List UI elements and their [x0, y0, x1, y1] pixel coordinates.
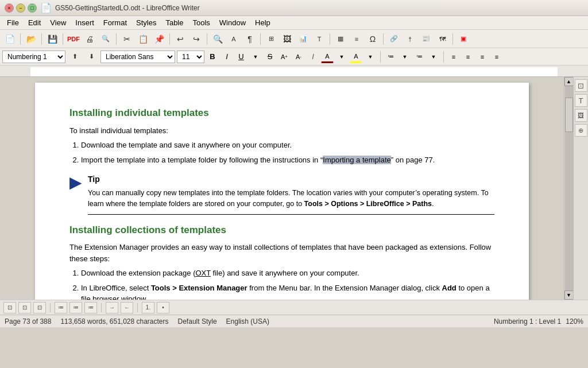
- minimize-button[interactable]: −: [16, 3, 25, 13]
- menu-edit[interactable]: Edit: [24, 17, 45, 28]
- underline-button[interactable]: U: [235, 51, 247, 63]
- paragraph-style-select[interactable]: Numbering 1: [2, 51, 65, 63]
- redo-button[interactable]: ↪: [189, 32, 204, 47]
- list-style2[interactable]: ≔: [69, 302, 82, 313]
- align-left-button[interactable]: ≡: [447, 51, 460, 63]
- sep-fmt1: [380, 51, 381, 63]
- font-color-dropdown[interactable]: ▼: [335, 51, 348, 63]
- list-numbered-button[interactable]: ≔: [413, 51, 425, 63]
- print-button[interactable]: 🖨: [82, 32, 97, 47]
- strikethrough-button[interactable]: S: [264, 51, 276, 63]
- decrease-indent-button[interactable]: ⬇: [84, 49, 99, 64]
- page-count: Page 73 of 388: [5, 317, 51, 326]
- cut-button[interactable]: ✂: [119, 32, 134, 47]
- scrollbar-track[interactable]: [565, 86, 573, 290]
- align-center-button[interactable]: ≡: [462, 51, 474, 63]
- tip-box: ▶ Tip You can manually copy new template…: [69, 173, 494, 215]
- highlight-text: Importing a template: [323, 156, 391, 164]
- maximize-button[interactable]: □: [28, 3, 37, 13]
- open-button[interactable]: 📂: [24, 32, 38, 47]
- menu-format[interactable]: Format: [99, 17, 131, 28]
- image-button[interactable]: 🖼: [280, 32, 295, 47]
- footnote-button[interactable]: †: [403, 32, 417, 47]
- new-button[interactable]: 📄: [2, 32, 17, 47]
- chart-button[interactable]: 📊: [296, 32, 311, 47]
- pilcrow-button[interactable]: ¶: [242, 32, 257, 47]
- sep9: [383, 33, 384, 45]
- italic-format-button[interactable]: I: [307, 51, 319, 63]
- subscript-button[interactable]: A-: [292, 51, 305, 63]
- undo-button[interactable]: ↩: [173, 32, 188, 47]
- font-size-select[interactable]: 11: [177, 51, 204, 63]
- navigator-button[interactable]: 🗺: [435, 32, 450, 47]
- tip-title: Tip: [88, 173, 494, 185]
- properties-icon[interactable]: ⊡: [575, 79, 587, 92]
- align-right-button[interactable]: ≡: [476, 51, 489, 63]
- list-bullet-button[interactable]: ≔: [384, 51, 397, 63]
- main-toolbar: 📄 📂 💾 PDF 🖨 🔍 ✂ 📋 📌 ↩ ↪ 🔍 A ¶ ⊞ 🖼 📊 T ▦ …: [0, 30, 588, 48]
- bullet-list-btn[interactable]: •: [157, 302, 169, 313]
- menu-help[interactable]: Help: [250, 17, 275, 28]
- font-color-button[interactable]: A: [321, 51, 334, 63]
- text-formatting-button[interactable]: A: [226, 32, 241, 47]
- align-bottom-right[interactable]: ⊡: [33, 302, 46, 313]
- gallery-icon[interactable]: 🖼: [575, 109, 587, 122]
- superscript-button[interactable]: A+: [278, 51, 291, 63]
- menu-table[interactable]: Table: [161, 17, 188, 28]
- textbox-button[interactable]: T: [312, 32, 327, 47]
- page-style-button[interactable]: 📰: [419, 32, 434, 47]
- find-button[interactable]: 🔍: [210, 32, 225, 47]
- list-style3[interactable]: ≔: [84, 302, 97, 313]
- scrollbar-thumb[interactable]: [565, 98, 573, 132]
- titlebar: × − □ 📄 GS50-GettingStartedLO.odt - Libr…: [0, 0, 588, 16]
- word-count: 113,658 words, 651,028 characters: [60, 317, 168, 326]
- indent-less[interactable]: ←: [121, 302, 133, 313]
- columns-button[interactable]: ▦: [333, 32, 348, 47]
- list-numbered-dropdown[interactable]: ▼: [427, 51, 440, 63]
- highlight-button[interactable]: A: [350, 51, 362, 63]
- list-dropdown[interactable]: ▼: [399, 51, 411, 63]
- italic-button[interactable]: I: [220, 51, 233, 63]
- increase-indent-button[interactable]: ⬆: [67, 49, 82, 64]
- list-style1[interactable]: ≔: [55, 302, 67, 313]
- sep2: [41, 33, 42, 45]
- list-item-text: Download the extension package (OXT file…: [81, 269, 359, 277]
- menu-insert[interactable]: Insert: [71, 17, 99, 28]
- indent-more[interactable]: →: [106, 302, 118, 313]
- underline-dropdown[interactable]: ▼: [249, 51, 262, 63]
- font-name-select[interactable]: Liberation Sans: [100, 51, 175, 63]
- section2-list: Download the extension package (OXT file…: [81, 268, 494, 300]
- pdf-button[interactable]: PDF: [66, 32, 81, 47]
- menu-view[interactable]: View: [45, 17, 71, 28]
- menu-styles[interactable]: Styles: [131, 17, 161, 28]
- preview-button[interactable]: 🔍: [98, 32, 113, 47]
- bt-sep1: [50, 303, 51, 312]
- hyperlink-button[interactable]: 🔗: [386, 32, 401, 47]
- styles-icon[interactable]: T: [575, 94, 587, 107]
- menu-file[interactable]: File: [2, 17, 24, 28]
- sep8: [330, 33, 330, 45]
- highlight-dropdown[interactable]: ▼: [364, 51, 377, 63]
- menu-window[interactable]: Window: [215, 17, 250, 28]
- special-char-button[interactable]: Ω: [365, 32, 380, 47]
- close-button[interactable]: ×: [5, 3, 14, 13]
- table-button[interactable]: ⊞: [264, 32, 278, 47]
- document-area: Installing individual templates To insta…: [0, 77, 564, 300]
- navigator-side-icon[interactable]: ⊕: [575, 124, 587, 137]
- align-justify-button[interactable]: ≡: [490, 51, 503, 63]
- align-bottom-left[interactable]: ⊡: [3, 302, 16, 313]
- save-button[interactable]: 💾: [45, 32, 60, 47]
- scroll-down-button[interactable]: ▼: [564, 290, 574, 300]
- sidebar-toggle-button[interactable]: ▣: [456, 32, 471, 47]
- copy-button[interactable]: 📋: [136, 32, 150, 47]
- align-bottom-center[interactable]: ⊡: [18, 302, 31, 313]
- titlebar-left: × − □ 📄 GS50-GettingStartedLO.odt - Libr…: [5, 2, 200, 13]
- language-indicator: English (USA): [226, 317, 269, 326]
- paste-button[interactable]: 📌: [152, 32, 167, 47]
- bold-button[interactable]: B: [206, 51, 219, 63]
- para-button[interactable]: ≡: [349, 32, 364, 47]
- numbered-list-btn[interactable]: 1.: [142, 302, 154, 313]
- menu-tools[interactable]: Tools: [188, 17, 214, 28]
- scroll-up-button[interactable]: ▲: [564, 77, 574, 86]
- section1-intro: To install individual templates:: [69, 125, 494, 137]
